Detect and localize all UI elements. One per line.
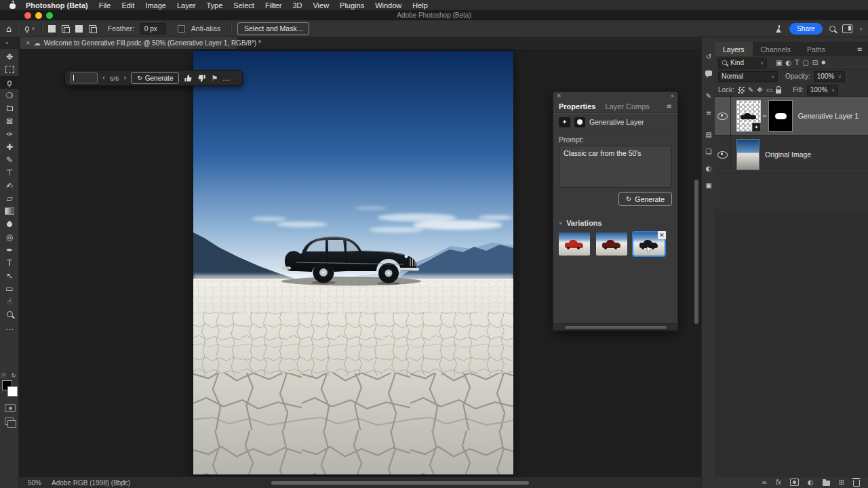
intersect-selection-mode-button[interactable] <box>89 25 96 33</box>
flag-report-icon[interactable]: ⚑ <box>211 75 218 82</box>
tab-layers[interactable]: Layers <box>715 42 753 56</box>
filter-toggle-icon[interactable]: ● <box>821 60 825 65</box>
active-tool-preset[interactable]: ϙ ∨ <box>24 24 35 33</box>
status-options-chevron-icon[interactable]: ❯ <box>122 479 127 485</box>
tab-channels[interactable]: Channels <box>753 42 799 56</box>
shape-tool[interactable]: ▭ <box>0 282 19 295</box>
opacity-select[interactable]: 100% ∨ <box>814 71 845 82</box>
dodge-tool[interactable]: ◎ <box>0 230 19 243</box>
background-color-swatch[interactable] <box>7 386 18 396</box>
menu-app-name[interactable]: Photoshop (Beta) <box>26 1 88 9</box>
history-panel-icon[interactable]: ↺ <box>702 49 715 63</box>
layer-mask-link-icon[interactable]: ∞ <box>762 113 767 119</box>
clone-stamp-tool[interactable]: ⊤ <box>0 166 19 179</box>
brush-tool[interactable]: ✎ <box>0 153 19 166</box>
screen-mode-button[interactable] <box>5 418 14 425</box>
generate-button[interactable]: ↻ Generate <box>618 192 672 206</box>
variation-thumbnail-red-car[interactable] <box>559 232 590 256</box>
filter-kind-select[interactable]: Kind ∨ <box>718 58 767 68</box>
export-panel-icon[interactable]: ▣ <box>702 178 715 192</box>
feather-input[interactable]: 0 px <box>140 23 166 35</box>
layer-visibility-cell[interactable] <box>715 97 731 135</box>
adjustments-panel-icon[interactable]: ◐ <box>702 161 715 175</box>
properties-panel-scrollbar[interactable] <box>553 323 677 330</box>
home-icon[interactable]: ⌂ <box>6 24 12 33</box>
tool-presets-panel-icon[interactable]: ≡ <box>702 106 715 119</box>
zoom-level-field[interactable]: 50% <box>28 479 41 487</box>
document-tab[interactable]: ✕ ☁ Welcome to Generative Fill.psdc @ 50… <box>20 37 237 49</box>
move-tool[interactable]: ✥ <box>0 50 19 63</box>
select-and-mask-button[interactable]: Select and Mask... <box>237 22 309 35</box>
menu-file[interactable]: File <box>99 1 111 9</box>
menu-type[interactable]: Type <box>206 1 222 9</box>
minimize-window-button[interactable] <box>35 12 42 19</box>
filter-shape-layers-icon[interactable]: ▢ <box>802 60 808 66</box>
zoom-window-button[interactable] <box>46 12 53 19</box>
thumbs-down-icon[interactable] <box>197 74 206 83</box>
subtract-selection-mode-button[interactable] <box>75 25 83 33</box>
layer-thumbnail[interactable] <box>736 139 760 170</box>
frame-tool[interactable]: ⊠ <box>0 115 19 127</box>
path-selection-tool[interactable]: ↖ <box>0 269 19 282</box>
menu-plugins[interactable]: Plugins <box>340 1 364 9</box>
menu-filter[interactable]: Filter <box>265 1 281 9</box>
share-button[interactable]: Share <box>789 23 823 35</box>
adjustment-layer-icon[interactable]: ◐ <box>808 479 814 486</box>
tab-layer-comps[interactable]: Layer Comps <box>605 102 649 110</box>
next-variation-icon[interactable]: › <box>123 75 126 81</box>
add-to-selection-mode-button[interactable] <box>62 25 69 33</box>
quick-selection-tool[interactable]: ❍ <box>0 89 19 102</box>
menu-select[interactable]: Select <box>233 1 254 9</box>
more-options-icon[interactable]: … <box>222 75 230 82</box>
more-tools-button[interactable]: … <box>0 321 19 333</box>
filter-pixel-layers-icon[interactable]: ▣ <box>776 60 782 66</box>
panel-menu-icon[interactable]: ≡ <box>857 45 863 53</box>
lock-all-icon[interactable] <box>776 89 781 94</box>
document-canvas[interactable] <box>193 51 513 474</box>
beta-flask-icon[interactable] <box>775 25 783 33</box>
collapse-panel-icon[interactable]: « <box>671 94 674 99</box>
layer-name[interactable]: Original Image <box>765 150 811 159</box>
layer-effects-icon[interactable]: fx <box>776 479 781 486</box>
blur-tool[interactable] <box>0 218 19 230</box>
search-icon[interactable] <box>829 26 835 32</box>
new-layer-icon[interactable]: ⊞ <box>839 479 844 486</box>
generate-button[interactable]: ↻ Generate <box>131 72 179 84</box>
history-brush-tool[interactable]: ✍ <box>0 179 19 192</box>
workspace-switcher-icon[interactable] <box>842 24 852 33</box>
variation-thumbnail-maroon-car[interactable] <box>596 232 627 256</box>
menu-edit[interactable]: Edit <box>121 1 134 9</box>
menu-3d[interactable]: 3D <box>292 1 302 9</box>
hand-tool[interactable]: ☝ <box>0 295 19 308</box>
lock-pixels-icon[interactable]: ✎ <box>748 87 753 94</box>
lasso-tool[interactable]: ϙ <box>0 76 19 89</box>
previous-variation-icon[interactable]: ‹ <box>102 75 105 81</box>
close-panel-icon[interactable]: ✕ <box>557 94 561 99</box>
new-group-icon[interactable] <box>823 481 830 486</box>
lock-position-icon[interactable]: ✥ <box>757 87 762 94</box>
apple-menu-icon[interactable] <box>9 1 16 9</box>
close-window-button[interactable] <box>24 12 31 19</box>
antialias-checkbox[interactable] <box>178 25 185 33</box>
layer-mask-thumbnail[interactable] <box>768 100 793 131</box>
menu-view[interactable]: View <box>313 1 329 9</box>
filter-adjustment-layers-icon[interactable]: ◐ <box>785 60 791 66</box>
lock-artboard-icon[interactable]: ▭ <box>766 87 772 94</box>
blend-mode-select[interactable]: Normal ∨ <box>718 71 778 82</box>
tab-properties[interactable]: Properties <box>559 102 595 110</box>
remove-variation-icon[interactable]: ✕ <box>658 231 666 239</box>
variations-header[interactable]: ∨ Variations <box>553 216 677 230</box>
eyedropper-tool[interactable]: ✑ <box>0 127 19 140</box>
layer-row-original-image[interactable]: Original Image <box>715 136 868 174</box>
filter-smart-objects-icon[interactable]: ⊡ <box>812 60 818 66</box>
brush-settings-panel-icon[interactable]: ✎ <box>702 89 715 102</box>
menu-window[interactable]: Window <box>375 1 401 9</box>
prompt-input[interactable] <box>71 73 98 83</box>
comments-panel-icon[interactable] <box>702 66 715 80</box>
variation-thumbnail-black-car-selected[interactable]: ✕ ➤ <box>633 232 665 256</box>
tab-paths[interactable]: Paths <box>799 42 833 56</box>
chevron-down-icon[interactable]: ∨ <box>859 26 863 32</box>
add-mask-icon[interactable] <box>790 479 799 486</box>
menu-image[interactable]: Image <box>145 1 166 9</box>
toolbar-collapse-icon[interactable]: » <box>5 40 9 46</box>
